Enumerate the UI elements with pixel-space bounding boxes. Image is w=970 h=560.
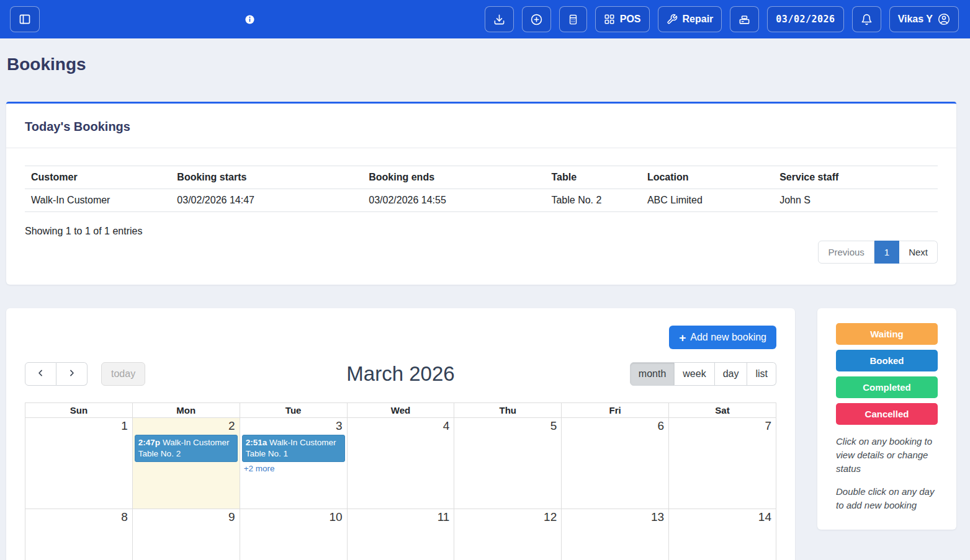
more-events-link[interactable]: +2 more: [244, 464, 343, 473]
pos-label: POS: [620, 14, 641, 25]
view-week-button[interactable]: week: [675, 362, 714, 386]
day-cell-11[interactable]: 11: [347, 509, 454, 560]
todays-bookings-card: Today's Bookings Customer Booking starts…: [6, 102, 956, 285]
view-list-button[interactable]: list: [747, 362, 776, 386]
legend-card: Waiting Booked Completed Cancelled Click…: [817, 308, 956, 530]
col-location: Location: [641, 166, 773, 189]
day-cell-10[interactable]: 10: [240, 509, 347, 560]
day-cell-2-today[interactable]: 2 2:47p Walk-In Customer Table No. 2: [132, 418, 240, 509]
sidebar-toggle-icon: [19, 13, 31, 25]
day-cell-4[interactable]: 4: [347, 418, 454, 509]
weekday-tue: Tue: [240, 403, 347, 418]
cell-booking-starts: 03/02/2026 14:47: [171, 189, 362, 212]
calendar-week-2: 8 9 10 11 12 13 14: [25, 509, 776, 560]
notifications-button[interactable]: [852, 6, 881, 32]
legend-cancelled-button[interactable]: Cancelled: [836, 403, 938, 425]
calendar-title: March 2026: [346, 362, 454, 386]
cell-booking-ends: 03/02/2026 14:55: [362, 189, 545, 212]
repair-button[interactable]: Repair: [658, 6, 722, 32]
day-cell-9[interactable]: 9: [132, 509, 240, 560]
cash-register-button[interactable]: [730, 6, 759, 32]
bell-icon: [861, 14, 873, 25]
calendar-nav-group: [25, 362, 88, 386]
col-customer: Customer: [25, 166, 171, 189]
day-cell-1[interactable]: 1: [25, 418, 133, 509]
weekday-sat: Sat: [669, 403, 776, 418]
legend-completed-button[interactable]: Completed: [836, 376, 938, 398]
day-cell-6[interactable]: 6: [562, 418, 669, 509]
sidebar-toggle-button[interactable]: [10, 6, 40, 32]
weekday-mon: Mon: [132, 403, 240, 418]
view-day-button[interactable]: day: [715, 362, 748, 386]
calendar-view-switcher: month week day list: [630, 362, 776, 386]
bottom-section: + Add new booking today March 2026: [6, 308, 956, 560]
legend-note-click: Click on any booking to view details or …: [836, 435, 938, 475]
user-icon: [938, 13, 950, 25]
pagination: Previous 1 Next: [25, 241, 938, 264]
day-cell-7[interactable]: 7: [669, 418, 776, 509]
top-navbar: POS Repair 03/02/2026 Vikas Y: [0, 0, 970, 38]
table-header-row: Customer Booking starts Booking ends Tab…: [25, 166, 938, 189]
day-cell-8[interactable]: 8: [25, 509, 133, 560]
entries-summary: Showing 1 to 1 of 1 entries: [25, 226, 938, 237]
chevron-left-icon: [36, 368, 45, 380]
calendar-grid: Sun Mon Tue Wed Thu Fri Sat 1 2 2:47p Wa…: [25, 402, 776, 560]
calendar-week-1: 1 2 2:47p Walk-In Customer Table No. 2 3…: [25, 418, 776, 509]
add-booking-label: Add new booking: [690, 332, 766, 343]
weekday-sun: Sun: [25, 403, 133, 418]
calculator-button[interactable]: [559, 6, 587, 32]
download-icon: [493, 14, 505, 25]
calculator-icon: [568, 14, 578, 25]
date-button[interactable]: 03/02/2026: [767, 6, 843, 32]
table-row[interactable]: Walk-In Customer 03/02/2026 14:47 03/02/…: [25, 189, 938, 212]
download-button[interactable]: [485, 6, 514, 32]
page-1-button[interactable]: 1: [874, 241, 899, 264]
wrench-icon: [667, 14, 678, 25]
weekday-wed: Wed: [347, 403, 454, 418]
legend-note-double-click: Double click on any day to add new booki…: [836, 485, 938, 512]
info-icon[interactable]: [245, 14, 255, 25]
user-menu-button[interactable]: Vikas Y: [889, 6, 959, 32]
day-cell-12[interactable]: 12: [454, 509, 562, 560]
weekday-fri: Fri: [562, 403, 669, 418]
bookings-table: Customer Booking starts Booking ends Tab…: [25, 166, 938, 212]
calendar-prev-button[interactable]: [25, 362, 56, 386]
legend-waiting-button[interactable]: Waiting: [836, 323, 938, 345]
day-cell-14[interactable]: 14: [669, 509, 776, 560]
view-month-button[interactable]: month: [630, 362, 675, 386]
cell-location: ABC Limited: [641, 189, 773, 212]
day-cell-3[interactable]: 3 2:51a Walk-In Customer Table No. 1 +2 …: [240, 418, 347, 509]
next-page-button[interactable]: Next: [899, 241, 938, 264]
card-header: Today's Bookings: [6, 104, 956, 148]
page-title: Bookings: [7, 55, 970, 74]
previous-page-button[interactable]: Previous: [818, 241, 874, 264]
cell-table: Table No. 2: [545, 189, 640, 212]
plus-circle-icon: [531, 14, 542, 25]
cell-customer: Walk-In Customer: [25, 189, 171, 212]
legend-booked-button[interactable]: Booked: [836, 350, 938, 371]
col-table: Table: [545, 166, 640, 189]
day-cell-13[interactable]: 13: [562, 509, 669, 560]
grid-icon: [604, 14, 615, 25]
repair-label: Repair: [683, 14, 714, 25]
col-booking-starts: Booking starts: [171, 166, 362, 189]
booking-event[interactable]: 2:47p Walk-In Customer Table No. 2: [135, 435, 238, 462]
add-circle-button[interactable]: [522, 6, 551, 32]
chevron-right-icon: [67, 368, 76, 380]
col-service-staff: Service staff: [773, 166, 938, 189]
cash-register-icon: [739, 14, 750, 25]
booking-event[interactable]: 2:51a Walk-In Customer Table No. 1: [242, 435, 345, 462]
weekday-header-row: Sun Mon Tue Wed Thu Fri Sat: [25, 403, 776, 418]
calendar-actions: + Add new booking: [25, 326, 776, 349]
user-name: Vikas Y: [898, 14, 933, 25]
calendar-card: + Add new booking today March 2026: [6, 308, 795, 560]
col-booking-ends: Booking ends: [362, 166, 545, 189]
add-new-booking-button[interactable]: + Add new booking: [669, 326, 776, 349]
weekday-thu: Thu: [454, 403, 562, 418]
calendar-today-button[interactable]: today: [101, 362, 145, 386]
card-title: Today's Bookings: [25, 120, 938, 134]
pos-button[interactable]: POS: [595, 6, 650, 32]
day-cell-5[interactable]: 5: [454, 418, 562, 509]
calendar-next-button[interactable]: [56, 362, 88, 386]
navbar-actions: POS Repair 03/02/2026 Vikas Y: [485, 6, 959, 32]
